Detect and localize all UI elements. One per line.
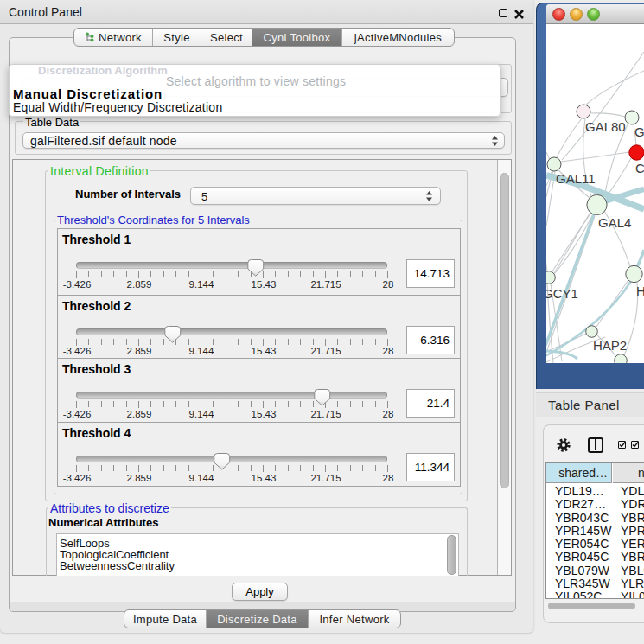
- svg-text:GAL11: GAL11: [556, 171, 596, 186]
- svg-text:H: H: [636, 284, 644, 298]
- svg-text:GA: GA: [634, 124, 644, 139]
- svg-text:GAL80: GAL80: [585, 119, 626, 134]
- svg-text:C: C: [635, 161, 644, 175]
- svg-text:GAL4: GAL4: [598, 215, 631, 230]
- svg-text:GCY1: GCY1: [546, 286, 578, 301]
- svg-text:HAP2: HAP2: [593, 338, 627, 353]
